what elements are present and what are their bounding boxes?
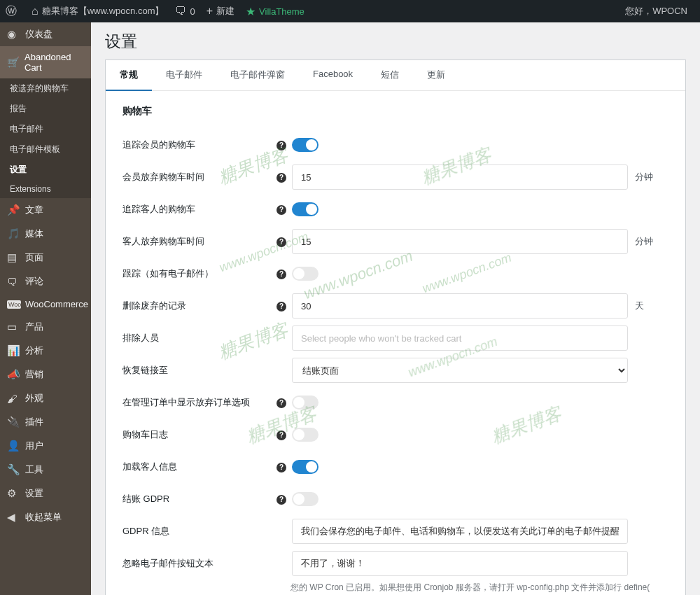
input-ignore-email-btn[interactable] (292, 551, 628, 576)
toggle-track-guest[interactable] (292, 202, 318, 216)
label-track-member: 追踪会员的购物车 (122, 139, 276, 151)
comments-count: 0 (190, 6, 195, 17)
submenu-extensions[interactable]: Extensions (0, 180, 91, 198)
toggle-load-guest-info[interactable] (292, 460, 318, 474)
help-icon[interactable]: ? (276, 463, 286, 472)
help-icon[interactable]: ? (276, 141, 286, 150)
label-cart-log: 购物车日志 (122, 428, 276, 441)
cart-icon: 🛒 (7, 56, 20, 69)
star-icon: ★ (246, 5, 255, 18)
menu-posts[interactable]: 📌文章 (0, 198, 91, 222)
menu-tools[interactable]: 🔧工具 (0, 458, 91, 482)
collapse-icon: ◀ (7, 511, 21, 524)
menu-woocommerce[interactable]: WooWooCommerce (0, 293, 91, 315)
menu-pages[interactable]: ▤页面 (0, 246, 91, 270)
menu-plugins[interactable]: 🔌插件 (0, 410, 91, 434)
menu-appearance[interactable]: 🖌外观 (0, 386, 91, 410)
input-guest-abandon-time[interactable] (292, 229, 628, 254)
row-gdpr-info: GDPR 信息 (122, 517, 668, 546)
admin-bar-left: ⓦ ⌂糖果博客【www.wpocn.com】 🗨0 +新建 ★VillaThem… (0, 0, 310, 22)
tab-email[interactable]: 电子邮件 (152, 60, 216, 90)
page-title: 设置 (91, 22, 700, 59)
toggle-track-member[interactable] (292, 138, 318, 152)
input-exclude[interactable] (292, 326, 628, 351)
cron-note: 您的 WP Cron 已启用。如果想使用 Cronjob 服务器，请打开 wp-… (122, 581, 668, 595)
dashboard-icon: ◉ (7, 28, 21, 41)
row-ignore-email-btn: 忽略电子邮件按钮文本 (122, 549, 668, 578)
submenu-settings[interactable]: 设置 (0, 160, 91, 180)
help-icon[interactable]: ? (276, 398, 286, 408)
help-icon[interactable]: ? (276, 430, 286, 440)
wordpress-icon: ⓦ (6, 4, 17, 19)
row-exclude: 排除人员 (122, 323, 668, 353)
comment-icon: 🗨 (175, 5, 186, 18)
tab-sms[interactable]: 短信 (367, 60, 413, 90)
help-icon[interactable]: ? (276, 270, 286, 279)
help-icon[interactable]: ? (276, 237, 286, 247)
toggle-tracking-email[interactable] (292, 267, 318, 281)
submenu-reports[interactable]: 报告 (0, 99, 91, 119)
input-member-abandon-time[interactable] (292, 164, 628, 190)
menu-collapse[interactable]: ◀收起菜单 (0, 505, 91, 529)
media-icon: 🎵 (7, 227, 21, 240)
wp-logo[interactable]: ⓦ (0, 0, 26, 22)
submenu-email-templates[interactable]: 电子邮件模板 (0, 139, 91, 160)
help-icon[interactable]: ? (276, 302, 286, 312)
label-gdpr-info: GDPR 信息 (122, 525, 276, 538)
unit-days: 天 (635, 300, 644, 312)
label-load-guest-info: 加载客人信息 (122, 461, 276, 473)
help-icon[interactable]: ? (276, 495, 286, 505)
tab-update[interactable]: 更新 (413, 60, 459, 90)
tab-facebook[interactable]: Facebook (299, 60, 367, 90)
menu-analytics[interactable]: 📊分析 (0, 339, 91, 363)
admin-bar-right: 您好，WPOCN (620, 0, 700, 22)
menu-abandoned-cart[interactable]: 🛒Abandoned Cart (0, 46, 91, 78)
menu-marketing[interactable]: 📣营销 (0, 363, 91, 386)
greeting-text: 您好，WPOCN (625, 5, 687, 18)
site-name-link[interactable]: ⌂糖果博客【www.wpocn.com】 (26, 0, 169, 22)
menu-users[interactable]: 👤用户 (0, 434, 91, 458)
submenu-abandoned-cart: 被遗弃的购物车 报告 电子邮件 电子邮件模板 设置 Extensions (0, 78, 91, 198)
content-area: 设置 常规 电子邮件 电子邮件弹窗 Facebook 短信 更新 购物车 追踪会… (91, 22, 700, 595)
row-guest-abandon-time: 客人放弃购物车时间 ? 分钟 (122, 227, 668, 256)
select-recovery-link[interactable]: 结账页面 (292, 358, 628, 383)
tab-general[interactable]: 常规 (106, 60, 152, 91)
villatheme-link[interactable]: ★VillaTheme (240, 0, 310, 22)
label-tracking-email: 跟踪（如有电子邮件） (122, 267, 276, 280)
unit-minutes: 分钟 (635, 171, 653, 183)
toggle-show-abandon-option[interactable] (292, 396, 318, 410)
section-title-cart: 购物车 (122, 105, 668, 118)
menu-media[interactable]: 🎵媒体 (0, 222, 91, 246)
settings-panel: 常规 电子邮件 电子邮件弹窗 Facebook 短信 更新 购物车 追踪会员的购… (105, 59, 686, 595)
label-delete-records: 删除废弃的记录 (122, 300, 276, 312)
plus-icon: + (206, 5, 213, 18)
toggle-checkout-gdpr[interactable] (292, 492, 318, 506)
input-gdpr-info[interactable] (292, 519, 628, 544)
menu-comments[interactable]: 🗨评论 (0, 270, 91, 293)
menu-dashboard[interactable]: ◉仪表盘 (0, 22, 91, 46)
label-checkout-gdpr: 结账 GDPR (122, 493, 276, 505)
home-icon: ⌂ (31, 5, 38, 18)
wrench-icon: 🔧 (7, 463, 21, 476)
new-content-link[interactable]: +新建 (201, 0, 240, 22)
help-icon[interactable]: ? (276, 173, 286, 183)
label-member-abandon-time: 会员放弃购物车时间 (122, 171, 276, 183)
row-checkout-gdpr: 结账 GDPR ? (122, 484, 668, 514)
submenu-abandoned-carts[interactable]: 被遗弃的购物车 (0, 78, 91, 99)
row-tracking-email: 跟踪（如有电子邮件） ? (122, 259, 668, 288)
pin-icon: 📌 (7, 204, 21, 216)
help-icon[interactable]: ? (276, 205, 286, 215)
label-exclude: 排除人员 (122, 332, 276, 344)
comments-link[interactable]: 🗨0 (169, 0, 200, 22)
label-track-guest: 追踪客人的购物车 (122, 203, 276, 216)
site-title: 糖果博客【www.wpocn.com】 (42, 5, 164, 18)
submenu-email[interactable]: 电子邮件 (0, 119, 91, 139)
tab-email-popup[interactable]: 电子邮件弹窗 (216, 60, 299, 90)
greeting-link[interactable]: 您好，WPOCN (620, 0, 693, 22)
menu-products[interactable]: ▭产品 (0, 315, 91, 339)
plugin-icon: 🔌 (7, 416, 21, 428)
input-delete-records[interactable] (292, 293, 628, 318)
menu-settings[interactable]: ⚙设置 (0, 482, 91, 505)
label-recovery-link: 恢复链接至 (122, 364, 276, 377)
toggle-cart-log[interactable] (292, 428, 318, 442)
